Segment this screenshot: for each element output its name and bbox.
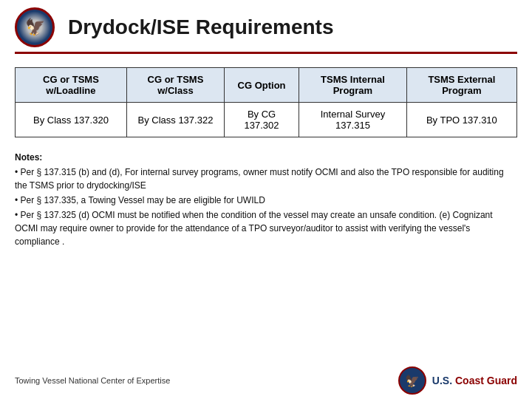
col-header-2: CG or TSMS w/Class bbox=[126, 68, 224, 103]
cell-1-5: By TPO 137.310 bbox=[406, 103, 516, 137]
cell-1-3: By CG 137.302 bbox=[225, 103, 299, 137]
footer-brand: U.S. Coast Guard bbox=[432, 375, 517, 386]
requirements-table: CG or TSMS w/Loadline CG or TSMS w/Class… bbox=[15, 67, 517, 137]
col-header-3: CG Option bbox=[225, 68, 299, 103]
col-header-5: TSMS External Program bbox=[406, 68, 516, 103]
cell-1-4: Internal Survey 137.315 bbox=[299, 103, 407, 137]
logo: 🦅 bbox=[15, 7, 55, 47]
notes-line-3: • Per § 137.325 (d) OCMI must be notifie… bbox=[15, 208, 517, 248]
footer-right: 🦅 U.S. Coast Guard bbox=[398, 366, 517, 395]
footer-eagle-icon: 🦅 bbox=[405, 374, 420, 388]
cell-1-2: By Class 137.322 bbox=[126, 103, 224, 137]
notes-line-1: • Per § 137.315 (b) and (d), For interna… bbox=[15, 166, 517, 192]
notes-section: Notes: • Per § 137.315 (b) and (d), For … bbox=[15, 151, 517, 250]
footer-left-text: Towing Vessel National Center of Experti… bbox=[15, 376, 170, 385]
eagle-icon: 🦅 bbox=[25, 18, 45, 37]
table-row: By Class 137.320 By Class 137.322 By CG … bbox=[16, 103, 517, 137]
table-section: CG or TSMS w/Loadline CG or TSMS w/Class… bbox=[15, 67, 517, 137]
col-header-1: CG or TSMS w/Loadline bbox=[16, 68, 127, 103]
col-header-4: TSMS Internal Program bbox=[299, 68, 407, 103]
header: 🦅 Drydock/ISE Requirements bbox=[0, 0, 532, 52]
footer: Towing Vessel National Center of Experti… bbox=[0, 362, 532, 399]
header-divider bbox=[15, 52, 517, 54]
page-title: Drydock/ISE Requirements bbox=[68, 16, 333, 39]
footer-logo: 🦅 bbox=[398, 366, 426, 395]
table-header-row: CG or TSMS w/Loadline CG or TSMS w/Class… bbox=[16, 68, 517, 103]
page: 🦅 Drydock/ISE Requirements CG or TSMS w/… bbox=[0, 0, 532, 399]
notes-line-2: • Per § 137.335, a Towing Vessel may be … bbox=[15, 194, 517, 207]
cell-1-1: By Class 137.320 bbox=[16, 103, 127, 137]
logo-inner: 🦅 bbox=[18, 11, 51, 44]
notes-title: Notes: bbox=[15, 151, 517, 164]
